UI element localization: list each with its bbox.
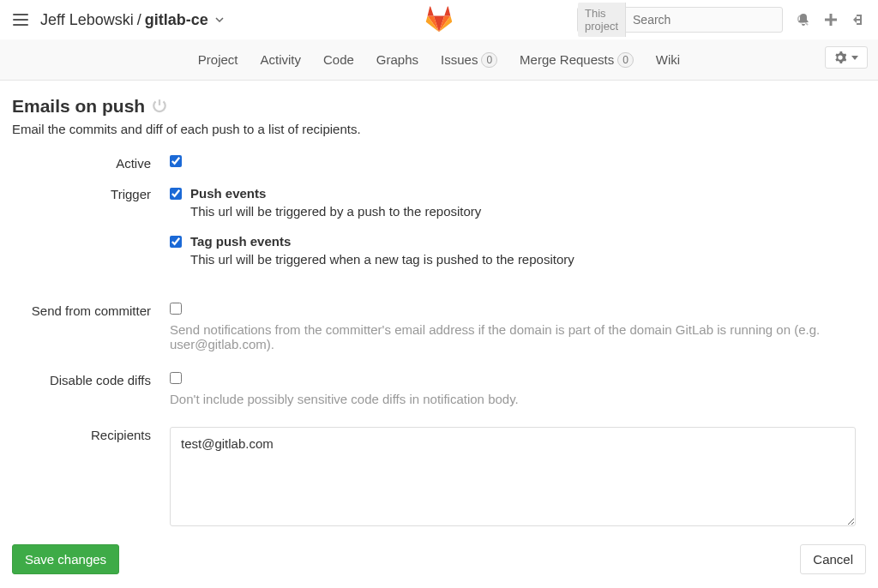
label-disable-diffs: Disable code diffs — [12, 372, 170, 406]
checkbox-active[interactable] — [170, 155, 182, 167]
topbar: Jeff Lebowski / gitlab-ce This project — [0, 0, 878, 39]
page-description: Email the commits and diff of each push … — [12, 122, 866, 136]
label-recipients: Recipients — [12, 427, 170, 529]
nav-issues-label: Issues — [441, 52, 478, 67]
checkbox-send-from-committer[interactable] — [170, 303, 182, 315]
label-trigger: Trigger — [12, 186, 170, 282]
power-icon — [152, 99, 167, 114]
help-disable-diffs: Don't include possibly sensitive code di… — [170, 392, 856, 406]
nav-issues[interactable]: Issues 0 — [441, 52, 497, 68]
label-active: Active — [12, 155, 170, 171]
search-box: This project — [577, 7, 783, 33]
checkbox-disable-diffs[interactable] — [170, 372, 182, 384]
nav-code[interactable]: Code — [323, 52, 354, 68]
bell-icon[interactable] — [797, 13, 810, 27]
row-send-from-committer: Send from committer Send notifications f… — [12, 303, 866, 351]
nav-activity[interactable]: Activity — [260, 52, 301, 68]
mr-count-badge: 0 — [617, 52, 634, 68]
sign-out-icon[interactable] — [851, 13, 865, 27]
trigger-tag-push: Tag push events This url will be trigger… — [170, 234, 856, 267]
checkbox-tag-push-events[interactable] — [170, 236, 182, 248]
trigger-tag-title: Tag push events — [190, 234, 291, 249]
save-button[interactable]: Save changes — [12, 544, 119, 574]
breadcrumb: Jeff Lebowski / gitlab-ce — [40, 11, 224, 29]
nav-wiki[interactable]: Wiki — [656, 52, 680, 68]
content: Emails on push Email the commits and dif… — [0, 81, 878, 588]
row-disable-diffs: Disable code diffs Don't include possibl… — [12, 372, 866, 406]
project-nav: Project Activity Code Graphs Issues 0 Me… — [0, 39, 878, 81]
nav-project[interactable]: Project — [198, 52, 238, 68]
nav-links: Project Activity Code Graphs Issues 0 Me… — [198, 52, 680, 68]
breadcrumb-project[interactable]: gitlab-ce — [145, 11, 208, 29]
settings-dropdown[interactable] — [825, 46, 868, 69]
gear-icon — [834, 51, 846, 63]
trigger-push: Push events This url will be triggered b… — [170, 186, 856, 219]
trigger-push-title: Push events — [190, 186, 266, 201]
nav-mr-label: Merge Requests — [520, 52, 614, 67]
svg-rect-3 — [825, 19, 837, 21]
checkbox-push-events[interactable] — [170, 188, 182, 200]
search-input[interactable] — [626, 9, 790, 31]
help-send-committer: Send notifications from the committer's … — [170, 322, 856, 351]
row-recipients: Recipients — [12, 427, 866, 529]
nav-merge-requests[interactable]: Merge Requests 0 — [520, 52, 634, 68]
trigger-tag-desc: This url will be triggered when a new ta… — [190, 252, 856, 267]
trigger-push-desc: This url will be triggered by a push to … — [190, 204, 856, 219]
topbar-right: This project — [577, 7, 865, 33]
row-active: Active — [12, 155, 866, 171]
topbar-left: Jeff Lebowski / gitlab-ce — [13, 11, 224, 29]
label-send-committer: Send from committer — [12, 303, 170, 351]
issues-count-badge: 0 — [481, 52, 497, 68]
caret-down-icon — [851, 56, 858, 60]
plus-icon[interactable] — [824, 13, 838, 27]
chevron-down-icon[interactable] — [215, 17, 224, 22]
page-title-text: Emails on push — [12, 96, 145, 117]
nav-graphs[interactable]: Graphs — [376, 52, 418, 68]
cancel-button[interactable]: Cancel — [800, 544, 866, 574]
gitlab-logo-icon[interactable] — [425, 6, 453, 33]
page-title: Emails on push — [12, 96, 866, 117]
textarea-recipients[interactable] — [170, 427, 856, 526]
row-trigger: Trigger Push events This url will be tri… — [12, 186, 866, 282]
breadcrumb-owner[interactable]: Jeff Lebowski — [40, 11, 134, 29]
search-scope[interactable]: This project — [578, 3, 626, 37]
form-actions: Save changes Cancel — [12, 544, 866, 574]
breadcrumb-separator: / — [137, 11, 141, 29]
hamburger-icon[interactable] — [13, 14, 28, 26]
